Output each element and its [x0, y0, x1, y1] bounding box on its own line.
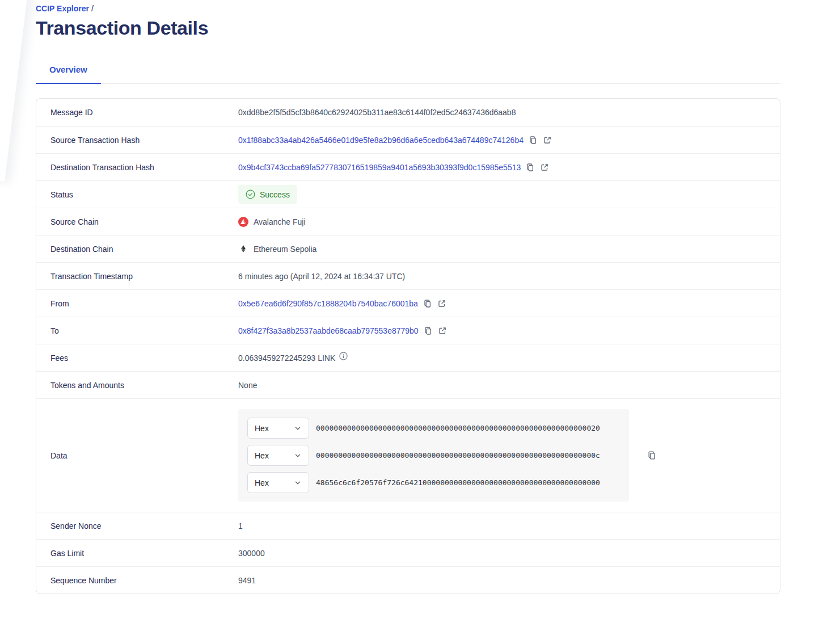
row-label: Status [50, 190, 238, 199]
avalanche-logo-icon [238, 217, 248, 227]
hex-format-select[interactable]: Hex [247, 472, 309, 493]
data-line: Hex 000000000000000000000000000000000000… [247, 445, 629, 466]
table-row-source-chain: Source Chain Avalanche Fuji [36, 208, 780, 235]
tokens-value: None [238, 381, 257, 390]
hex-data-value: 0000000000000000000000000000000000000000… [316, 451, 600, 460]
table-row-gas-limit: Gas Limit 300000 [36, 539, 780, 566]
data-line: Hex 000000000000000000000000000000000000… [247, 418, 629, 439]
gas-limit-value: 300000 [238, 549, 265, 558]
tab-overview[interactable]: Overview [36, 65, 101, 84]
table-row-data: Data Hex 0000000000000000000000000000000… [36, 398, 780, 512]
table-row-message-id: Message ID 0xdd8be2f5f5d5cf3b8640c629240… [36, 99, 780, 126]
source-chain-name: Avalanche Fuji [254, 217, 306, 226]
left-edge-sheen [0, 0, 31, 182]
check-circle-icon [246, 190, 255, 199]
row-label: Source Transaction Hash [50, 136, 238, 145]
table-row-dest-chain: Destination Chain Ethereum Sepolia [36, 235, 780, 262]
external-link-icon[interactable] [540, 163, 549, 172]
copy-icon[interactable] [423, 299, 432, 308]
tab-bar: Overview [36, 65, 780, 84]
external-link-icon[interactable] [543, 136, 552, 145]
page-content: CCIP Explorer/ Transaction Details Overv… [36, 0, 780, 594]
breadcrumb-link-ccip-explorer[interactable]: CCIP Explorer [36, 4, 89, 13]
table-row-tokens: Tokens and Amounts None [36, 371, 780, 398]
row-label: Data [50, 451, 238, 460]
hex-format-select-label: Hex [255, 478, 269, 487]
fees-value: 0.0639459272245293 LINK [238, 354, 335, 363]
table-row-dest-tx-hash: Destination Transaction Hash 0x9b4cf3743… [36, 153, 780, 180]
row-label: Destination Chain [50, 245, 238, 254]
breadcrumb: CCIP Explorer/ [36, 4, 780, 13]
row-label: Tokens and Amounts [50, 381, 238, 390]
hex-data-value: 0000000000000000000000000000000000000000… [316, 424, 600, 432]
chevron-down-icon [294, 479, 302, 487]
data-hex-box: Hex 000000000000000000000000000000000000… [238, 409, 629, 502]
message-id-value: 0xdd8be2f5f5d5cf3b8640c62924025b311ae83c… [238, 108, 516, 117]
row-label: Gas Limit [50, 549, 238, 558]
dest-tx-hash-link[interactable]: 0x9b4cf3743ccba69fa5277830716519859a9401… [238, 163, 521, 172]
external-link-icon[interactable] [437, 299, 446, 308]
dest-chain-name: Ethereum Sepolia [254, 245, 316, 254]
breadcrumb-separator: / [91, 4, 94, 13]
chevron-down-icon [294, 424, 302, 432]
hex-format-select[interactable]: Hex [247, 445, 309, 466]
table-row-sender-nonce: Sender Nonce 1 [36, 512, 780, 539]
status-badge-label: Success [260, 190, 290, 199]
hex-format-select[interactable]: Hex [247, 418, 309, 439]
table-row-source-tx-hash: Source Transaction Hash 0x1f88abc33a4ab4… [36, 126, 780, 153]
status-badge: Success [238, 185, 297, 204]
page-title: Transaction Details [36, 17, 780, 39]
row-label: Source Chain [50, 217, 238, 226]
row-label: To [50, 326, 238, 335]
table-row-fees: Fees 0.0639459272245293 LINK [36, 344, 780, 371]
copy-icon[interactable] [529, 136, 538, 145]
external-link-icon[interactable] [438, 326, 447, 335]
transaction-details-table: Message ID 0xdd8be2f5f5d5cf3b8640c629240… [36, 98, 780, 594]
table-row-timestamp: Transaction Timestamp 6 minutes ago (Apr… [36, 262, 780, 289]
to-address-link[interactable]: 0x8f427f3a3a8b2537aabde68caab797553e8779… [238, 326, 419, 335]
row-label: Sequence Number [50, 576, 238, 585]
row-label: Fees [50, 354, 238, 363]
from-address-link[interactable]: 0x5e67ea6d6f290f857c1888204b7540bac76001… [238, 299, 418, 308]
sequence-number-value: 9491 [238, 576, 256, 585]
row-label: From [50, 299, 238, 308]
info-icon[interactable] [339, 352, 348, 360]
hex-data-value: 48656c6c6f20576f726c64210000000000000000… [316, 478, 600, 487]
table-row-status: Status Success [36, 180, 780, 208]
source-tx-hash-link[interactable]: 0x1f88abc33a4ab426a5466e01d9e5fe8a2b96d6… [238, 136, 524, 145]
copy-icon[interactable] [424, 326, 433, 335]
table-row-sequence-number: Sequence Number 9491 [36, 566, 780, 594]
table-row-to: To 0x8f427f3a3a8b2537aabde68caab797553e8… [36, 317, 780, 344]
chevron-down-icon [294, 452, 302, 460]
copy-icon[interactable] [526, 163, 535, 172]
ethereum-logo-icon [238, 244, 248, 254]
data-line: Hex 48656c6c6f20576f726c6421000000000000… [247, 472, 629, 493]
table-row-from: From 0x5e67ea6d6f290f857c1888204b7540bac… [36, 289, 780, 317]
row-label: Message ID [50, 108, 238, 117]
row-label: Destination Transaction Hash [50, 163, 238, 172]
hex-format-select-label: Hex [255, 451, 269, 460]
hex-format-select-label: Hex [255, 424, 269, 433]
row-label: Sender Nonce [50, 521, 238, 531]
copy-icon[interactable] [647, 451, 657, 460]
row-label: Transaction Timestamp [50, 272, 238, 281]
timestamp-value: 6 minutes ago (April 12, 2024 at 16:34:3… [238, 272, 405, 281]
sender-nonce-value: 1 [238, 521, 243, 531]
